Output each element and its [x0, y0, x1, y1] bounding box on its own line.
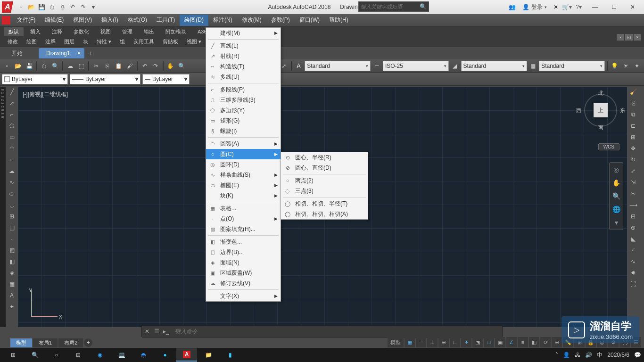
- otrack-toggle-icon[interactable]: ∠: [506, 337, 517, 347]
- new-icon[interactable]: ▫: [16, 2, 25, 12]
- menu-item[interactable]: ▣区域覆盖(W): [206, 268, 281, 278]
- lightbulb-icon[interactable]: 💡: [610, 61, 620, 71]
- cortana-icon[interactable]: ○: [46, 348, 67, 362]
- search-taskbar-icon[interactable]: 🔍: [25, 348, 45, 362]
- fillet-icon[interactable]: ◜: [628, 245, 638, 255]
- isodraft-icon[interactable]: ⬔: [472, 337, 483, 347]
- matchprop-icon[interactable]: 🖌: [124, 61, 135, 71]
- menu-item[interactable]: 文字(X)▶: [206, 291, 281, 301]
- orbit-icon[interactable]: 🌐: [611, 204, 621, 214]
- panel-utils[interactable]: 实用工具: [130, 37, 158, 46]
- explode-icon[interactable]: ✸: [628, 268, 638, 278]
- steering-wheel-icon[interactable]: ◎: [611, 165, 621, 175]
- makeblock-icon[interactable]: ◫: [7, 222, 17, 233]
- submenu-item[interactable]: ○两点(2): [281, 175, 368, 186]
- transparency-icon[interactable]: ◧: [529, 337, 539, 347]
- extend-icon[interactable]: ⟶: [628, 200, 638, 210]
- tablestyle-icon[interactable]: ▦: [528, 61, 538, 71]
- menu-view[interactable]: 视图(V): [68, 15, 97, 26]
- gradient-icon[interactable]: ◧: [7, 256, 17, 267]
- lineweight-combo[interactable]: — ByLayer▾: [142, 74, 190, 84]
- plot-icon[interactable]: ⎙: [39, 61, 50, 71]
- circle-icon[interactable]: ○: [7, 155, 17, 165]
- menu-edit[interactable]: 编辑(E): [40, 15, 68, 26]
- menu-item[interactable]: ⬠多边形(Y): [206, 105, 281, 115]
- help-icon[interactable]: ?▾: [576, 4, 582, 10]
- panel-annotate[interactable]: 注释: [41, 37, 59, 46]
- menu-item[interactable]: ◎圆环(D): [206, 159, 281, 170]
- app5-icon[interactable]: ▮: [220, 348, 240, 362]
- panel-layers[interactable]: 图层: [60, 37, 78, 46]
- light-icon[interactable]: ✦: [632, 61, 642, 71]
- scale-icon[interactable]: ⤢: [628, 166, 638, 176]
- addselected-icon[interactable]: ✦: [7, 302, 17, 312]
- close-button[interactable]: ✕: [623, 1, 642, 13]
- cmd-history-icon[interactable]: ☰: [152, 328, 161, 335]
- viewcube[interactable]: 上 北 南 东 西: [582, 91, 619, 129]
- join-icon[interactable]: ⊕: [628, 222, 638, 233]
- paste-icon[interactable]: 📋: [114, 61, 124, 71]
- 3dosnap-icon[interactable]: ▣: [495, 337, 505, 347]
- doc-restore-button[interactable]: ◱: [625, 34, 633, 41]
- rtab-addins[interactable]: 附加模块: [161, 27, 191, 36]
- menu-item[interactable]: ▭矩形(G): [206, 115, 281, 126]
- spline-icon[interactable]: ∿: [7, 177, 17, 188]
- plot-icon[interactable]: ⎙: [58, 2, 67, 12]
- people-icon[interactable]: 👤: [563, 352, 570, 358]
- zoom-icon[interactable]: 🔍: [177, 61, 187, 71]
- search-icon[interactable]: 🔍: [420, 3, 427, 10]
- dimstyle-combo[interactable]: ISO-25▾: [383, 61, 449, 71]
- mleaderstyle-combo[interactable]: Standard▾: [461, 61, 527, 71]
- dimstyle-btn-icon[interactable]: ⊢: [372, 61, 382, 71]
- snap-toggle-icon[interactable]: ∷: [416, 337, 426, 347]
- menu-item[interactable]: ▦表格...: [206, 203, 281, 214]
- rtab-default[interactable]: 默认: [4, 27, 24, 36]
- offset-icon[interactable]: ⊏: [628, 121, 638, 131]
- submenu-item[interactable]: ◯相切、相切、半径(T): [281, 198, 368, 209]
- menu-draw[interactable]: 绘图(D): [180, 15, 208, 26]
- xline-icon[interactable]: ↗: [7, 98, 17, 108]
- menu-window[interactable]: 窗口(W): [295, 15, 324, 26]
- text-icon[interactable]: A: [294, 61, 304, 71]
- menu-item[interactable]: ◠圆弧(A)▶: [206, 139, 281, 149]
- mleader-icon[interactable]: ◢: [450, 61, 460, 71]
- ellipse-icon[interactable]: ⬭: [7, 189, 17, 199]
- copy-icon[interactable]: ⎘: [102, 61, 113, 71]
- app4-icon[interactable]: ●: [155, 348, 175, 362]
- command-input[interactable]: [171, 328, 502, 335]
- menu-parametric[interactable]: 参数(P): [266, 15, 295, 26]
- trim-icon[interactable]: ✂: [628, 189, 638, 199]
- status-model[interactable]: 模型: [388, 337, 404, 347]
- app-icon[interactable]: A: [2, 1, 13, 13]
- cart-icon[interactable]: 🛒▾: [562, 4, 572, 10]
- hatch-icon[interactable]: ▨: [7, 245, 17, 255]
- menu-insert[interactable]: 插入(I): [97, 15, 123, 26]
- menu-item[interactable]: ∿样条曲线(S)▶: [206, 170, 281, 180]
- wcs-badge[interactable]: WCS: [598, 143, 619, 150]
- app3-icon[interactable]: ◓: [133, 348, 154, 362]
- array-icon[interactable]: ⊞: [628, 132, 638, 142]
- menu-item[interactable]: ◈面域(N): [206, 257, 281, 268]
- network-icon[interactable]: 🖧: [575, 352, 580, 358]
- tray-up-icon[interactable]: ˄: [555, 352, 558, 358]
- exchange-icon[interactable]: ✕: [553, 4, 558, 10]
- save-icon[interactable]: 💾: [37, 2, 46, 12]
- polar-toggle-icon[interactable]: ✦: [461, 337, 471, 347]
- doc-minimize-button[interactable]: -: [617, 34, 624, 41]
- minimize-button[interactable]: —: [586, 1, 604, 13]
- cleanscreen-icon[interactable]: ⛶: [628, 279, 638, 289]
- doc-tab-start[interactable]: 开始: [4, 48, 37, 59]
- mirror-icon[interactable]: ⧉: [628, 109, 638, 120]
- polygon-icon[interactable]: ⬠: [7, 121, 17, 131]
- point-icon[interactable]: ·: [7, 234, 17, 244]
- menu-item[interactable]: ⌐多段线(P): [206, 84, 281, 95]
- region-icon[interactable]: ◈: [7, 268, 17, 278]
- showmotion-icon[interactable]: ▾: [611, 217, 621, 228]
- break-icon[interactable]: ⊟: [628, 211, 638, 222]
- submenu-item[interactable]: ⊘圆心、直径(D): [281, 163, 368, 173]
- submenu-item[interactable]: ◯相切、相切、相切(A): [281, 209, 368, 219]
- open-file-icon[interactable]: 📂: [13, 61, 24, 71]
- add-layout-button[interactable]: +: [84, 338, 92, 347]
- arc-icon[interactable]: ◠: [7, 143, 17, 154]
- preview-icon[interactable]: 🔍: [50, 61, 61, 71]
